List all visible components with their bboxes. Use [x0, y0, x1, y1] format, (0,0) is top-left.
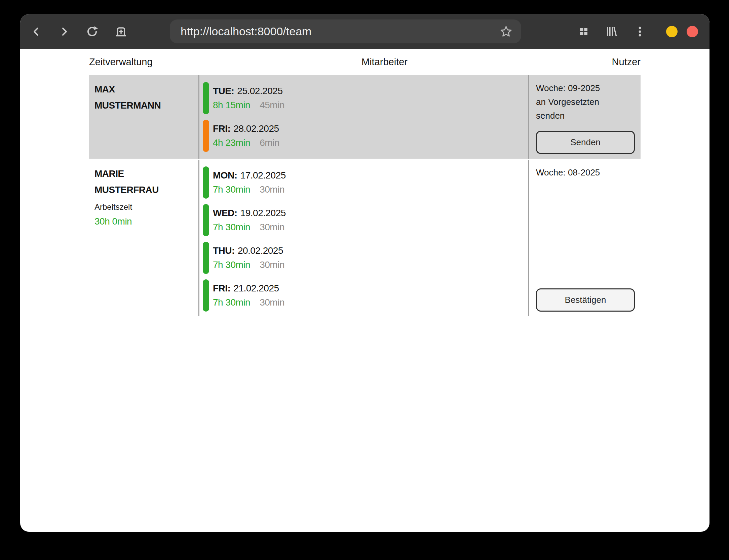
entry-status-bar [203, 242, 209, 274]
back-chevron-icon [31, 26, 42, 37]
entry-pause-time: 30min [260, 222, 284, 232]
entry-date: 19.02.2025 [240, 208, 286, 218]
entry-status-bar [203, 120, 209, 152]
minimize-button[interactable] [666, 26, 678, 37]
week-actions-cell: Woche: 08-2025 Bestätigen [529, 160, 641, 316]
time-entries-cell: MON:17.02.2025 7h 30min30min WED:19.02.2… [199, 160, 529, 316]
entry-pause-time: 30min [260, 297, 284, 308]
forward-button[interactable] [56, 24, 72, 40]
url-text[interactable]: http://localhost:8000/team [181, 25, 500, 38]
work-time-total: 30h 0min [94, 214, 193, 229]
week-action-text: senden [536, 109, 635, 123]
app-nav-header: Zeitverwaltung Mitarbeiter Nutzer [89, 49, 641, 75]
employee-first-name: MARIE [94, 166, 193, 182]
reload-button[interactable] [84, 24, 101, 40]
time-entry: FRI:21.02.2025 7h 30min30min [203, 279, 524, 312]
entry-work-time: 4h 23min [213, 137, 250, 148]
entry-pause-time: 30min [260, 259, 284, 270]
time-entry: WED:19.02.2025 7h 30min30min [203, 204, 524, 236]
nav-item-nutzer[interactable]: Nutzer [612, 56, 641, 68]
menu-button[interactable] [632, 24, 648, 40]
nav-item-zeitverwaltung[interactable]: Zeitverwaltung [89, 56, 153, 68]
employee-name-cell: MAX MUSTERMANN [89, 75, 199, 159]
entry-day: TUE: [213, 86, 234, 96]
time-entry: FRI:28.02.2025 4h 23min6min [203, 120, 524, 152]
entry-status-bar [203, 166, 209, 199]
employee-first-name: MAX [94, 81, 193, 97]
new-tab-icon [114, 25, 128, 38]
week-label: Woche: 08-2025 [536, 166, 635, 179]
page-content: Zeitverwaltung Mitarbeiter Nutzer MAX MU… [20, 49, 709, 316]
time-entry: TUE:25.02.2025 8h 15min45min [203, 82, 524, 114]
employee-row-max-mustermann: MAX MUSTERMANN TUE:25.02.2025 8h 15min45… [89, 75, 641, 159]
entry-date: 20.02.2025 [238, 245, 283, 256]
employee-last-name: MUSTERFRAU [94, 182, 193, 198]
entry-date: 28.02.2025 [233, 123, 279, 134]
back-button[interactable] [28, 24, 44, 40]
close-button[interactable] [687, 26, 698, 37]
time-entries-cell: TUE:25.02.2025 8h 15min45min FRI:28.02.2… [199, 75, 529, 159]
url-bar[interactable]: http://localhost:8000/team [170, 19, 521, 43]
entry-day: MON: [213, 170, 237, 181]
forward-chevron-icon [59, 26, 70, 37]
bestaetigen-button[interactable]: Bestätigen [536, 288, 635, 312]
senden-button[interactable]: Senden [536, 131, 635, 154]
entry-work-time: 8h 15min [213, 100, 250, 110]
entry-status-bar [203, 204, 209, 236]
employee-name-cell: MARIE MUSTERFRAU Arbeitszeit 30h 0min [89, 160, 199, 316]
bookmark-star-icon[interactable] [500, 25, 512, 38]
entry-day: THU: [213, 245, 235, 256]
desktop-background: http://localhost:8000/team [0, 0, 729, 560]
week-actions-cell: Woche: 09-2025 an Vorgesetzten senden Se… [529, 75, 641, 159]
entry-date: 25.02.2025 [237, 86, 282, 96]
browser-toolbar: http://localhost:8000/team [20, 14, 709, 49]
library-button[interactable] [603, 24, 619, 40]
week-action-text: an Vorgesetzten [536, 95, 635, 109]
entry-date: 17.02.2025 [240, 170, 286, 181]
entry-status-bar [203, 82, 209, 114]
entry-work-time: 7h 30min [213, 259, 250, 270]
library-books-icon [605, 25, 618, 38]
entry-pause-time: 6min [260, 137, 279, 148]
time-entry: THU:20.02.2025 7h 30min30min [203, 242, 524, 274]
entry-day: WED: [213, 208, 237, 218]
browser-window: http://localhost:8000/team [20, 14, 709, 532]
entry-day: FRI: [213, 283, 230, 293]
entry-work-time: 7h 30min [213, 184, 250, 195]
entry-date: 21.02.2025 [233, 283, 279, 293]
kebab-menu-icon [634, 25, 646, 38]
entry-work-time: 7h 30min [213, 297, 250, 308]
employee-row-marie-musterfrau: MARIE MUSTERFRAU Arbeitszeit 30h 0min MO… [89, 160, 641, 316]
new-tab-button[interactable] [113, 24, 129, 40]
entry-pause-time: 30min [260, 184, 284, 195]
entry-work-time: 7h 30min [213, 222, 250, 232]
week-label: Woche: 09-2025 [536, 81, 635, 95]
time-entry: MON:17.02.2025 7h 30min30min [203, 166, 524, 199]
entry-pause-time: 45min [260, 100, 284, 110]
extensions-grid-button[interactable] [576, 24, 592, 40]
grid-icon [578, 26, 589, 37]
reload-icon [86, 25, 99, 38]
employee-last-name: MUSTERMANN [94, 97, 193, 114]
work-time-label: Arbeitszeit [94, 200, 193, 214]
entry-day: FRI: [213, 123, 230, 134]
entry-status-bar [203, 279, 209, 312]
nav-item-mitarbeiter[interactable]: Mitarbeiter [361, 56, 408, 68]
